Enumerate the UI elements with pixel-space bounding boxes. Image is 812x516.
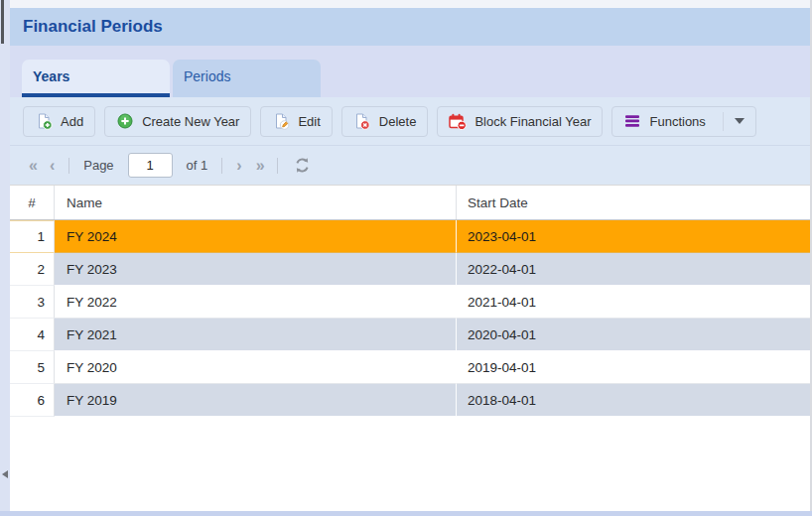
tab-bar: Years Periods: [10, 46, 810, 97]
row-name-cell: FY 2024: [55, 220, 457, 253]
page-count-label: of 1: [187, 158, 208, 173]
table-row[interactable]: 4 FY 2021 2020-04-01: [10, 319, 810, 351]
add-button[interactable]: Add: [23, 106, 95, 137]
table-row[interactable]: 6 FY 2019 2018-04-01: [10, 384, 810, 417]
refresh-button[interactable]: [294, 157, 311, 174]
button-label: Add: [61, 114, 83, 129]
collapse-panel-icon[interactable]: [2, 470, 8, 478]
row-name-cell: FY 2019: [55, 384, 457, 417]
button-label: Delete: [379, 114, 417, 129]
row-number-cell: 2: [10, 253, 55, 286]
page-label: Page: [83, 158, 113, 173]
page-number-input[interactable]: [128, 153, 173, 178]
next-page-button[interactable]: ›: [236, 158, 241, 174]
button-label: Edit: [298, 114, 320, 129]
row-name-cell: FY 2020: [55, 351, 457, 384]
document-delete-icon: [353, 113, 371, 130]
table-header-row: # Name Start Date: [10, 185, 810, 220]
functions-dropdown[interactable]: [723, 112, 744, 131]
column-header-num[interactable]: #: [10, 186, 55, 219]
block-financial-year-button[interactable]: Block Financial Year: [437, 106, 603, 137]
toolbar: Add Create New Year: [10, 97, 810, 145]
prev-page-button[interactable]: ‹: [50, 158, 55, 174]
tab-periods-label: Periods: [184, 68, 230, 84]
last-page-button[interactable]: »: [256, 158, 263, 174]
create-new-year-button[interactable]: Create New Year: [104, 106, 251, 137]
row-start-date-cell: 2021-04-01: [457, 286, 810, 319]
edit-button[interactable]: Edit: [260, 106, 332, 137]
top-spacer: [10, 0, 810, 8]
row-number-cell: 3: [10, 286, 55, 319]
left-splitter[interactable]: [0, 0, 10, 516]
row-number-cell: 6: [10, 384, 55, 417]
page-title: Financial Periods: [23, 17, 163, 37]
row-number-cell: 1: [10, 220, 55, 253]
financial-periods-window: Financial Periods Years Periods: [0, 0, 812, 516]
row-start-date-cell: 2023-04-01: [457, 220, 810, 253]
first-page-button[interactable]: «: [29, 158, 36, 174]
document-edit-icon: [272, 113, 290, 130]
main-panel: Financial Periods Years Periods: [10, 0, 810, 511]
table-body: 1 FY 2024 2023-04-01 2 FY 2023 2022-04-0…: [10, 220, 810, 417]
table-row[interactable]: 1 FY 2024 2023-04-01: [10, 220, 810, 253]
pager-divider: [221, 158, 222, 174]
button-label: Block Financial Year: [474, 114, 591, 129]
table-row[interactable]: 3 FY 2022 2021-04-01: [10, 286, 810, 319]
calendar-block-icon: [449, 113, 467, 130]
page-title-bar: Financial Periods: [10, 8, 810, 46]
column-header-start-date[interactable]: Start Date: [457, 186, 810, 219]
functions-button[interactable]: Functions: [611, 106, 755, 137]
row-number-cell: 4: [10, 319, 55, 351]
scrollbar-fragment: [1, 0, 4, 44]
row-name-cell: FY 2022: [55, 286, 457, 319]
caret-down-icon: [735, 118, 744, 124]
bottom-edge: [0, 511, 812, 516]
menu-icon: [623, 113, 641, 130]
document-add-icon: [35, 113, 53, 130]
tab-years[interactable]: Years: [22, 60, 170, 97]
years-table: # Name Start Date 1 FY 2024 2023-04-01 2…: [10, 185, 810, 417]
row-start-date-cell: 2020-04-01: [457, 319, 810, 351]
row-name-cell: FY 2023: [55, 253, 457, 286]
column-header-name[interactable]: Name: [55, 186, 457, 219]
row-start-date-cell: 2019-04-01: [457, 351, 810, 384]
pager-divider: [68, 158, 69, 174]
paging-toolbar: « ‹ Page of 1 › »: [10, 145, 810, 185]
table-row[interactable]: 2 FY 2023 2022-04-01: [10, 253, 810, 286]
delete-button[interactable]: Delete: [341, 106, 429, 137]
row-number-cell: 5: [10, 351, 55, 384]
row-name-cell: FY 2021: [55, 319, 457, 351]
tab-periods[interactable]: Periods: [173, 60, 321, 97]
circle-plus-icon: [116, 113, 134, 130]
button-label: Create New Year: [142, 114, 239, 129]
button-label: Functions: [649, 114, 705, 129]
row-start-date-cell: 2022-04-01: [457, 253, 810, 286]
pager-divider: [277, 158, 278, 174]
row-start-date-cell: 2018-04-01: [457, 384, 810, 417]
refresh-icon: [294, 157, 311, 174]
table-row[interactable]: 5 FY 2020 2019-04-01: [10, 351, 810, 384]
tab-years-label: Years: [33, 68, 69, 84]
